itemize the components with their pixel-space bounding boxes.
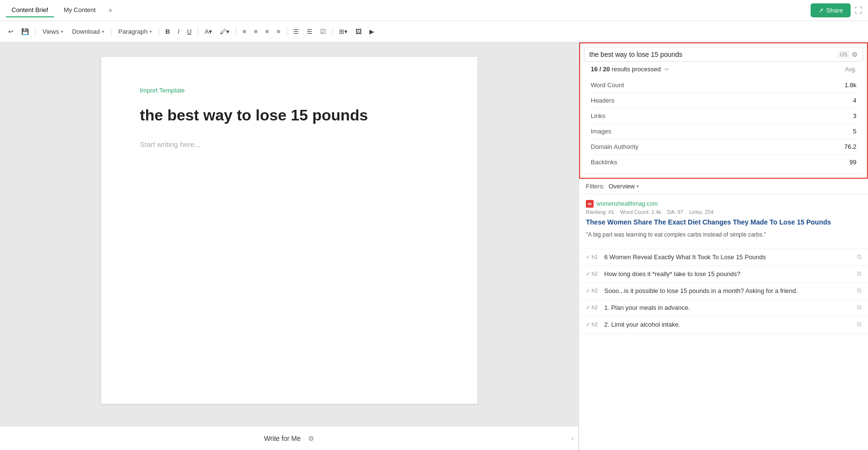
header-copy-icon-2[interactable]: ⧉ <box>857 287 861 294</box>
results-processed-text: 16 / 20 results processed ✏ <box>591 66 669 73</box>
header-copy-icon-1[interactable]: ⧉ <box>857 270 861 278</box>
header-copy-icon-3[interactable]: ⧉ <box>857 304 861 311</box>
header-item-4: ✓ h2 2. Limit your alcohol intake. ⧉ <box>579 317 868 333</box>
undo-button[interactable]: ↩ <box>5 26 17 38</box>
table-button[interactable]: ⊞▾ <box>336 26 351 38</box>
search-highlight-box: US ⚙ 16 / 20 results processed ✏ Avg. Wo… <box>579 42 868 179</box>
domain-authority-value: 76.2 <box>844 143 856 150</box>
align-center-button[interactable]: ≡ <box>251 26 261 38</box>
headers-label: Headers <box>591 97 614 104</box>
tab-content-brief[interactable]: Content Brief <box>6 3 54 17</box>
results-list: W womenshealthmag.com Ranking: #1 Word C… <box>579 194 868 450</box>
word-count-label: Word Count <box>591 81 624 89</box>
site-link[interactable]: womenshealthmag.com <box>597 200 658 207</box>
stat-word-count: Word Count 1.8k <box>591 78 856 93</box>
result-card-1: W womenshealthmag.com Ranking: #1 Word C… <box>579 194 868 249</box>
import-template-link[interactable]: Import Template <box>140 87 185 94</box>
align-left-button[interactable]: ≡ <box>239 26 250 38</box>
links-label: Links <box>591 112 605 119</box>
top-bar: Content Brief My Content + ↗ Share ⛶ <box>0 0 868 21</box>
stat-headers: Headers 4 <box>591 93 856 108</box>
toolbar-separator-3 <box>159 27 159 37</box>
header-text-1: How long does it *really* take to lose 1… <box>604 270 853 278</box>
share-icon: ↗ <box>818 7 824 14</box>
chevron-down-icon: ▾ <box>637 184 639 189</box>
header-tag-h2-4: ✓ h2 <box>586 321 600 328</box>
stat-domain-authority: Domain Authority 76.2 <box>591 139 856 155</box>
domain-authority-label: Domain Authority <box>591 143 638 150</box>
country-flag[interactable]: US <box>838 51 850 58</box>
header-item-0: ✓ h1 6 Women Reveal Exactly What It Took… <box>579 249 868 266</box>
align-right-button[interactable]: ≡ <box>262 26 272 38</box>
backlinks-label: Backlinks <box>591 159 617 166</box>
bullet-list-button[interactable]: ☰ <box>290 26 302 38</box>
filters-row: Filters: Overview ▾ <box>579 179 868 194</box>
add-tab-button[interactable]: + <box>105 6 115 15</box>
chevron-down-icon: ▾ <box>149 29 152 34</box>
editor-page: Import Template the best way to lose 15 … <box>101 57 477 404</box>
result-meta: Ranking: #1 Word Count: 2.4k DA: 87 Link… <box>586 209 861 215</box>
toolbar-separator-4 <box>198 27 198 37</box>
links-value: 3 <box>853 112 856 119</box>
image-button[interactable]: 🖼 <box>352 26 365 38</box>
tab-my-content[interactable]: My Content <box>58 3 101 17</box>
avg-label: Avg. <box>845 66 856 73</box>
header-copy-icon-4[interactable]: ⧉ <box>857 320 861 328</box>
stat-backlinks: Backlinks 99 <box>591 155 856 170</box>
edit-results-icon[interactable]: ✏ <box>665 66 669 73</box>
header-item-1: ✓ h2 How long does it *really* take to l… <box>579 266 868 283</box>
toolbar-separator-7 <box>332 27 333 37</box>
bold-button[interactable]: B <box>162 26 173 38</box>
write-for-me-bar: Write for Me ⚙ <box>0 426 579 450</box>
header-item-3: ✓ h2 1. Plan your meals in advance. ⧉ <box>579 300 868 317</box>
paragraph-dropdown[interactable]: Paragraph ▾ <box>114 26 156 38</box>
chevron-down-icon: ▾ <box>61 29 63 34</box>
underline-button[interactable]: U <box>184 26 195 38</box>
stats-area: 16 / 20 results processed ✏ Avg. Word Co… <box>584 62 863 174</box>
checklist-button[interactable]: ☑ <box>317 26 329 38</box>
result-title[interactable]: These Women Share The Exact Diet Changes… <box>586 218 861 227</box>
editor-area: Import Template the best way to lose 15 … <box>0 42 579 450</box>
backlinks-value: 99 <box>850 159 856 166</box>
images-label: Images <box>591 128 611 135</box>
search-row: US ⚙ <box>584 47 863 62</box>
overview-filter-dropdown[interactable]: Overview ▾ <box>609 183 639 190</box>
header-copy-icon-0[interactable]: ⧉ <box>857 253 861 261</box>
font-color-button[interactable]: A▾ <box>201 26 216 38</box>
site-favicon: W <box>586 200 594 208</box>
header-text-4: 2. Limit your alcohol intake. <box>604 320 853 329</box>
justify-button[interactable]: ≡ <box>273 26 284 38</box>
save-button[interactable]: 💾 <box>18 26 32 38</box>
main-layout: Import Template the best way to lose 15 … <box>0 42 868 450</box>
chevron-down-icon: ▾ <box>102 29 104 34</box>
collapse-panel-button[interactable]: ‹ <box>567 426 579 450</box>
toolbar-separator-1 <box>35 27 36 37</box>
right-panel: US ⚙ 16 / 20 results processed ✏ Avg. Wo… <box>579 42 868 450</box>
document-title[interactable]: the best way to lose 15 pounds <box>140 106 439 126</box>
stat-links: Links 3 <box>591 108 856 124</box>
toolbar-separator-2 <box>111 27 111 37</box>
numbered-list-button[interactable]: ☰ <box>303 26 316 38</box>
italic-button[interactable]: I <box>174 26 183 38</box>
header-item-2: ✓ h2 Sooo...is it possible to lose 15 po… <box>579 283 868 300</box>
stats-header: 16 / 20 results processed ✏ Avg. <box>591 66 856 73</box>
share-button[interactable]: ↗ Share <box>811 3 851 17</box>
media-button[interactable]: ▶ <box>366 26 378 38</box>
toolbar-separator-6 <box>286 27 287 37</box>
header-text-0: 6 Women Reveal Exactly What It Took To L… <box>604 253 853 262</box>
search-settings-icon[interactable]: ⚙ <box>852 51 858 58</box>
editor-placeholder[interactable]: Start writing here... <box>140 140 439 148</box>
highlight-button[interactable]: 🖊▾ <box>217 26 233 38</box>
editor-toolbar: ↩ 💾 Views ▾ Download ▾ Paragraph ▾ B I U… <box>0 21 868 42</box>
headers-value: 4 <box>853 97 856 104</box>
write-for-me-button[interactable]: Write for Me <box>264 435 301 442</box>
results-count: 16 / 20 <box>591 66 610 73</box>
download-dropdown[interactable]: Download ▾ <box>68 26 108 38</box>
expand-icon[interactable]: ⛶ <box>854 6 862 15</box>
result-header: W womenshealthmag.com <box>586 200 861 208</box>
stat-images: Images 5 <box>591 124 856 139</box>
views-dropdown[interactable]: Views ▾ <box>39 26 67 38</box>
write-settings-icon[interactable]: ⚙ <box>308 435 314 442</box>
keyword-search-input[interactable] <box>589 51 835 58</box>
filters-label: Filters: <box>586 183 605 190</box>
